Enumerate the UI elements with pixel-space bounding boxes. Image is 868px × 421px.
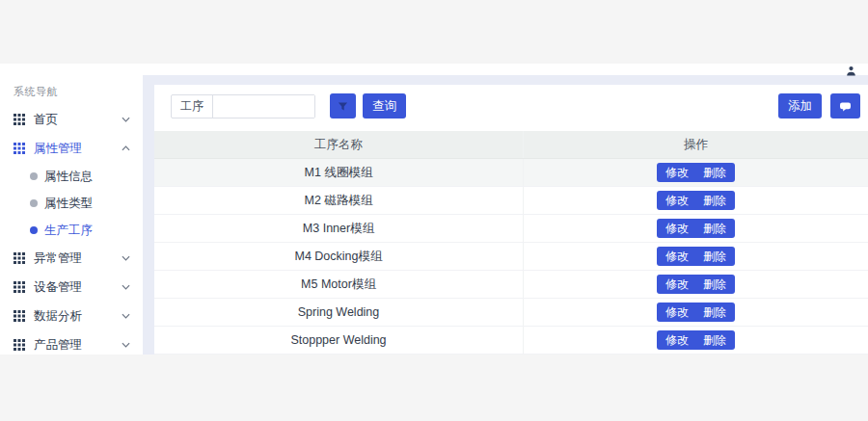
- search-button[interactable]: 查询: [363, 93, 406, 118]
- sidebar-item-label: 设备管理: [34, 279, 82, 296]
- delete-button[interactable]: 删除: [703, 306, 726, 318]
- sidebar-title: 系统导航: [0, 75, 143, 105]
- operation-cell: 修改 删除: [524, 271, 868, 298]
- operation-cell: 修改 删除: [524, 159, 868, 186]
- top-navbar: [0, 64, 868, 75]
- content-card: 工序 查询 添加: [154, 85, 868, 355]
- process-field-label: 工序: [172, 95, 212, 118]
- delete-button[interactable]: 删除: [703, 334, 726, 346]
- modify-button[interactable]: 修改: [665, 278, 689, 290]
- sidebar-item-product-management[interactable]: 产品管理: [0, 330, 143, 355]
- row-action-group: 修改 删除: [657, 303, 735, 322]
- operation-cell: 修改 删除: [524, 327, 868, 354]
- add-button-label: 添加: [788, 98, 812, 115]
- row-action-group: 修改 删除: [657, 330, 735, 350]
- delete-button[interactable]: 删除: [703, 195, 726, 206]
- delete-button[interactable]: 删除: [703, 250, 726, 262]
- search-button-label: 查询: [372, 98, 396, 115]
- process-table: 工序名称 操作 M1 线圈模组 修改 删除 M2 磁路模组: [154, 131, 868, 355]
- row-action-group: 修改 删除: [657, 191, 735, 210]
- sidebar-item-attribute-type[interactable]: 属性类型: [0, 190, 143, 217]
- bullet-dot-icon: [30, 199, 38, 207]
- sidebar-item-data-analysis[interactable]: 数据分析: [0, 302, 143, 330]
- row-action-group: 修改 删除: [657, 219, 735, 238]
- modify-button[interactable]: 修改: [665, 167, 689, 178]
- submenu-item-label: 生产工序: [44, 223, 93, 239]
- table-row: M5 Motor模组 修改 删除: [154, 271, 868, 299]
- delete-button[interactable]: 删除: [703, 278, 726, 290]
- comment-button[interactable]: [830, 93, 860, 118]
- chevron-down-icon: [122, 313, 130, 319]
- delete-button[interactable]: 删除: [703, 223, 726, 234]
- sidebar-item-attribute-info[interactable]: 属性信息: [0, 163, 143, 190]
- sidebar-item-home[interactable]: 首页: [0, 105, 143, 134]
- table-header-row: 工序名称 操作: [154, 131, 868, 159]
- operation-cell: 修改 删除: [524, 299, 868, 326]
- grid-icon: [14, 252, 25, 264]
- sidebar-item-exception-management[interactable]: 异常管理: [0, 244, 143, 273]
- process-name-cell: M1 线圈模组: [154, 159, 524, 186]
- process-search-input[interactable]: [212, 95, 314, 118]
- process-name-cell: Spring Welding: [154, 299, 524, 326]
- table-row: M3 Inner模组 修改 删除: [154, 215, 868, 243]
- sidebar-item-attribute-management[interactable]: 属性管理: [0, 134, 143, 163]
- process-name-cell: M5 Motor模组: [154, 271, 524, 298]
- chevron-down-icon: [122, 255, 130, 261]
- process-name-cell: M4 Docking模组: [154, 243, 524, 270]
- grid-icon: [14, 114, 25, 125]
- grid-icon: [14, 339, 25, 351]
- operation-cell: 修改 删除: [524, 243, 868, 270]
- sidebar-item-label: 数据分析: [34, 308, 82, 325]
- process-search-field: 工序: [171, 94, 315, 118]
- add-button[interactable]: 添加: [778, 93, 822, 118]
- bullet-dot-icon: [30, 172, 38, 180]
- chevron-down-icon: [122, 342, 130, 348]
- modify-button[interactable]: 修改: [665, 223, 689, 234]
- main-content: 工序 查询 添加: [143, 75, 868, 355]
- sidebar-item-production-process[interactable]: 生产工序: [0, 217, 143, 244]
- row-action-group: 修改 删除: [657, 247, 735, 266]
- modify-button[interactable]: 修改: [665, 250, 689, 262]
- operation-cell: 修改 删除: [524, 215, 868, 242]
- modify-button[interactable]: 修改: [665, 334, 689, 346]
- toolbar-right-group: 添加: [778, 93, 860, 118]
- row-action-group: 修改 删除: [657, 275, 735, 294]
- submenu-item-label: 属性信息: [44, 169, 93, 185]
- row-action-group: 修改 删除: [657, 163, 735, 182]
- table-row: Stoppper Welding 修改 删除: [154, 327, 868, 355]
- table-row: Spring Welding 修改 删除: [154, 299, 868, 327]
- chevron-down-icon: [122, 284, 130, 290]
- bullet-dot-icon: [30, 226, 38, 234]
- chevron-down-icon: [122, 117, 130, 122]
- sidebar-item-equipment-management[interactable]: 设备管理: [0, 273, 143, 302]
- sidebar-item-label: 首页: [34, 112, 58, 128]
- chevron-up-icon: [122, 145, 130, 151]
- process-name-cell: M2 磁路模组: [154, 187, 524, 214]
- delete-button[interactable]: 删除: [703, 167, 726, 178]
- sidebar: 系统导航 首页 属性管理: [0, 75, 143, 355]
- sidebar-item-label: 产品管理: [34, 337, 82, 354]
- process-name-cell: Stoppper Welding: [154, 327, 524, 354]
- submenu-item-label: 属性类型: [44, 196, 93, 212]
- table-row: M1 线圈模组 修改 删除: [154, 159, 868, 187]
- filter-button[interactable]: [330, 93, 356, 118]
- modify-button[interactable]: 修改: [665, 306, 689, 318]
- sidebar-item-label: 异常管理: [34, 250, 82, 267]
- filter-icon: [338, 101, 348, 112]
- sidebar-item-label: 属性管理: [34, 141, 82, 157]
- operation-cell: 修改 删除: [524, 187, 868, 214]
- user-icon[interactable]: [846, 66, 856, 76]
- grid-icon: [14, 143, 25, 154]
- grid-icon: [14, 310, 25, 322]
- comment-icon: [839, 101, 852, 112]
- column-header-operation: 操作: [524, 131, 868, 158]
- table-row: M2 磁路模组 修改 删除: [154, 187, 868, 215]
- grid-icon: [14, 281, 25, 293]
- column-header-process-name: 工序名称: [154, 131, 524, 158]
- table-row: M4 Docking模组 修改 删除: [154, 243, 868, 271]
- modify-button[interactable]: 修改: [665, 195, 689, 206]
- toolbar: 工序 查询 添加: [154, 85, 868, 118]
- process-name-cell: M3 Inner模组: [154, 215, 524, 242]
- app-window: 系统导航 首页 属性管理: [0, 64, 868, 355]
